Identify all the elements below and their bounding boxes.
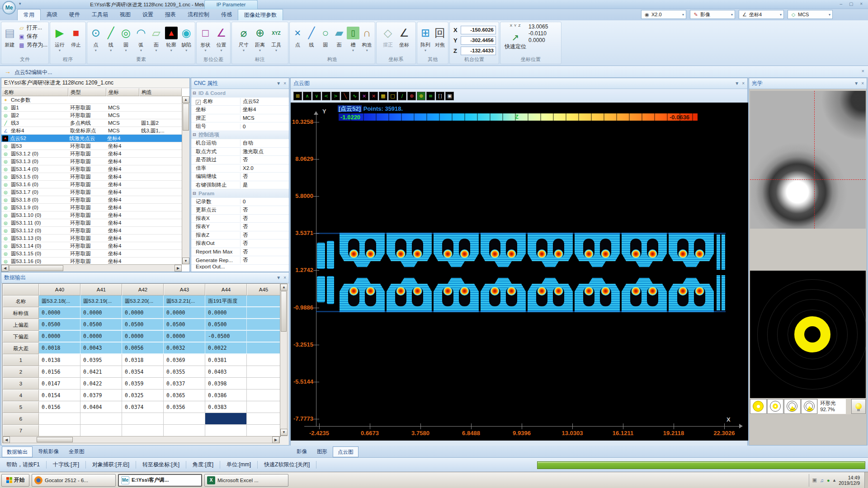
hidden-icons-icon[interactable]: ▴ [833,477,836,483]
profile-line-icon[interactable]: ∿ [350,92,359,100]
tab-设置[interactable]: 设置 [137,9,159,20]
status-item[interactable]: 快速Z软限位:[关闭] [258,461,316,469]
pin-icon[interactable]: ▼ [276,81,281,86]
camera-view[interactable] [750,91,866,229]
row-header[interactable]: 2 [3,366,39,378]
status-item[interactable]: 单位:[mm] [220,461,258,469]
dropdown-坐标4[interactable]: ∠坐标4▾ [739,10,784,19]
tree-row-圆53.1.5 (0)[interactable]: ◎圆53.1.5 (0)环形取圆坐标4 [1,173,182,181]
tree-column-坐标[interactable]: 坐标 [106,88,139,96]
row-header[interactable]: 5 [3,401,39,413]
show-desktop-button[interactable] [864,472,868,488]
cnc-row-value[interactable]: MCS [240,115,289,121]
close-icon[interactable]: × [861,81,864,86]
row-header[interactable]: 4 [3,389,39,401]
cnc-row-Export Out...[interactable]: Export Out... [191,265,289,269]
table-cell[interactable]: 0.0374 [122,401,164,413]
cnc-row-摆正[interactable]: 摆正MCS [191,114,289,123]
table-cell[interactable]: 0.0422 [80,378,122,389]
tree-row-圆53.1.9 (0)[interactable]: ◎圆53.1.9 (0)环形取圆坐标4 [1,204,182,211]
ribbon-button-圆[interactable]: ◎圆▼ [118,23,133,52]
tree-row-圆53[interactable]: ◎圆53环形取圆坐标4 [1,142,182,150]
table-cell[interactable]: 0.0318 [122,354,164,366]
ribbon-button-对焦[interactable]: 回对焦 [433,23,447,48]
tree-row-圆53.1.8 (0)[interactable]: ◎圆53.1.8 (0)环形取圆坐标4 [1,196,182,204]
table-cell[interactable]: 圆53.2.19(... [80,296,122,307]
cnc-row-value[interactable]: 否 [240,173,289,180]
table-cell[interactable]: 0.0359 [122,378,164,389]
segment-light-icon[interactable] [784,399,801,414]
tree-row-圆53.1.15 (0)[interactable]: ◎圆53.1.15 (0)环形取圆坐标4 [1,250,182,258]
tree-row-圆53.1.12 (0)[interactable]: ◎圆53.1.12 (0)环形取圆坐标4 [1,227,182,235]
table-cell[interactable]: 0.0365 [164,389,205,401]
tree-row-线3[interactable]: ╱线3多点构线MCS圆1,圆2 [1,119,182,127]
tab-全景图[interactable]: 全景图 [64,446,89,457]
app-logo[interactable]: Me [2,1,16,14]
rotate-down-icon[interactable]: ∨ [312,92,321,100]
axis-value[interactable]: -132.4433 [461,47,496,55]
ribbon-button-形状[interactable]: □形状▼ [198,23,213,52]
table-cell[interactable]: 0.0500 [80,319,122,331]
ribbon-button-距离[interactable]: ⊕距离▼ [252,23,268,52]
table-cell[interactable] [247,401,280,413]
table-cell[interactable] [247,413,280,425]
ribbon-button-线[interactable]: ╱线▼ [103,23,118,52]
table-cell[interactable]: 圆53.2.21(... [164,296,205,307]
table-cell[interactable] [247,319,280,331]
ribbon-button-轮廓[interactable]: ▲轮廓▼ [164,23,179,52]
table-cell[interactable]: 0.0369 [164,354,205,366]
tab-常用[interactable]: 常用 [17,9,41,20]
ribbon-button-工具[interactable]: XYZ工具▼ [268,23,284,52]
window-buttons[interactable]: – ▢ × [840,1,865,6]
ribbon-button-面[interactable]: ▱面▼ [149,23,164,52]
table-cell[interactable]: 0.0138 [39,354,80,366]
tree-column-构造[interactable]: 构造 [139,88,182,96]
table-cell[interactable]: 0.0156 [39,366,80,378]
pin-icon[interactable]: ▼ [854,81,859,86]
scroll-right-icon[interactable]: ▶ [272,436,279,443]
column-header-A40[interactable]: A40 [39,284,80,296]
table-cell[interactable]: 0.0056 [122,343,164,354]
ribbon-button-另存为...[interactable]: ▩另存为... [18,41,47,49]
ribbon-button-面[interactable]: ▰面 [332,23,346,48]
fit-view-icon[interactable]: ⊞ [293,92,302,100]
tree-row-圆53.1.4 (0)[interactable]: ◎圆53.1.4 (0)环形取圆坐标4 [1,165,182,173]
ring-inner-light-icon[interactable] [767,399,784,414]
cnc-row-value[interactable]: 自动 [240,140,289,146]
tab-工具箱[interactable]: 工具箱 [86,9,114,20]
close-icon[interactable]: × [742,81,745,86]
antivirus-icon[interactable]: ● [827,478,830,483]
table-cell[interactable] [205,413,247,425]
table-cell[interactable]: 0.0403 [205,366,247,378]
dropdown-X2.0[interactable]: ◉X2.0▾ [641,10,686,19]
cnc-row-Report Min Max[interactable]: Report Min Max否 [191,248,289,257]
table-cell[interactable]: 0.0383 [205,401,247,413]
delete-selected-icon[interactable]: × [360,92,368,100]
table-cell[interactable] [122,425,164,436]
checkbox-checked-icon[interactable]: ✓ [196,100,201,105]
scroll-thumb[interactable] [37,437,73,442]
select-ellipse-icon[interactable]: ⊕ [407,92,416,100]
table-cell[interactable]: -0.0500 [205,331,247,343]
cnc-row-组号[interactable]: 组号0 [191,122,289,131]
tab-流程控制[interactable]: 流程控制 [182,9,215,20]
tree-row-圆53.1.7 (0)[interactable]: ◎圆53.1.7 (0)环形取圆坐标4 [1,188,182,196]
status-item[interactable]: 十字线:[开] [47,461,86,469]
table-cell[interactable]: 0.0000 [205,307,247,319]
table-cell[interactable]: 0.0000 [80,331,122,343]
pin-icon[interactable]: ▼ [276,275,281,280]
pick-line-icon[interactable]: ∕ [398,92,406,100]
rotate-right-icon[interactable]: > [331,92,340,100]
tree-row-圆53.1.11 (0)[interactable]: ◎圆53.1.11 (0)环形取圆坐标4 [1,219,182,227]
task-button[interactable]: XMicrosoft Excel ... [204,474,288,487]
frame-icon[interactable]: ▣ [445,92,454,100]
table-cell[interactable] [247,389,280,401]
row-header[interactable]: 最大差 [3,343,39,354]
scroll-right-icon[interactable]: ▶ [175,265,182,272]
ribbon-button-点[interactable]: ⊙点▼ [88,23,103,52]
cnc-row-value[interactable]: 0 [240,124,289,129]
column-header-A44[interactable]: A44 [205,284,247,296]
scroll-up-icon[interactable]: ▲ [280,284,288,291]
tree-row-圆1[interactable]: ◎圆1环形取圆MCS [1,104,182,112]
light-bulb-icon[interactable] [851,399,866,414]
